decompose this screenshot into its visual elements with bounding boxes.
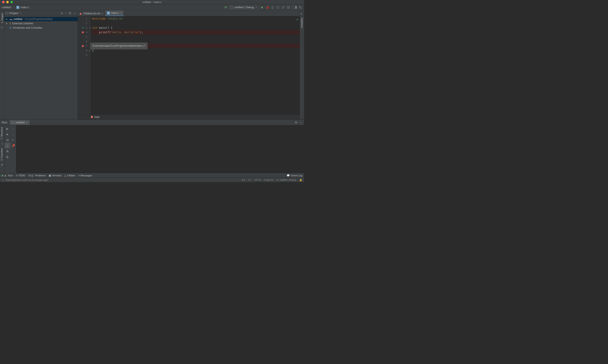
editor-tab-cmakelists[interactable]: CMakeLists.txt × <box>78 11 105 16</box>
profile-button[interactable] <box>276 5 280 9</box>
navigation-bar: untitled 〉 c main.c ⚒ untitled | Debug ▼… <box>0 4 304 11</box>
breadcrumb-function[interactable]: main <box>94 116 100 118</box>
tree-node-label: Scratches and Consoles <box>13 26 42 29</box>
search-everywhere-button[interactable] <box>298 5 302 9</box>
run-tab-label: untitled <box>15 121 25 124</box>
project-panel-title[interactable]: Project <box>10 12 18 15</box>
database-icon[interactable]: ≡ <box>301 12 304 15</box>
database-tool-tab[interactable]: Database <box>300 16 304 30</box>
tree-scratches[interactable]: ▶ ⧉ Scratches and Consoles <box>4 26 78 30</box>
event-log-tab[interactable]: Event Log <box>291 174 302 177</box>
print-button[interactable]: 🖶 <box>4 148 10 154</box>
pin-button[interactable]: 📌 <box>10 143 16 148</box>
rerun-button[interactable]: ▶ <box>4 126 10 131</box>
svg-point-0 <box>277 6 279 9</box>
run-tab[interactable]: untitled × <box>10 120 29 125</box>
trash-button[interactable]: 🗑 <box>4 154 10 160</box>
line-number: 6 <box>86 39 87 44</box>
fold-start-icon[interactable]: ⊟ <box>89 26 91 30</box>
build-icon[interactable]: ⚒ <box>224 6 227 9</box>
debug-button[interactable]: 🐞 <box>265 5 269 9</box>
breakpoint-icon[interactable] <box>82 45 84 47</box>
close-tab-icon[interactable]: × <box>102 12 103 15</box>
minimize-panel-icon[interactable]: — <box>73 12 76 15</box>
cmake-icon <box>79 13 82 14</box>
bottom-tool-tabs: ▶ 4: 4: RunRun ≡ TODO ⊘ 6: Problems ▣ Te… <box>0 173 304 178</box>
stop-button[interactable]: ■ <box>4 131 10 137</box>
line-number: 1 <box>86 16 87 21</box>
cmake-tool-tab[interactable]: △ CMake <box>64 174 75 177</box>
favorites-tool-tab[interactable]: 2: Favorites <box>0 146 3 162</box>
close-tab-icon[interactable]: × <box>120 11 122 15</box>
attach-button[interactable] <box>281 5 285 9</box>
star-icon[interactable]: ★ <box>0 163 4 166</box>
messages-tool-tab[interactable]: ≡ Messages <box>78 174 92 177</box>
file-encoding[interactable]: UTF-8 <box>254 179 261 181</box>
breadcrumb-file[interactable]: main.c <box>21 6 29 9</box>
todo-tool-tab[interactable]: ≡ TODO <box>16 174 26 177</box>
coverage-button[interactable] <box>271 5 275 9</box>
tree-root-node[interactable]: ▶ ▬ untitled ~/CLionProjects/untitled <box>4 17 78 21</box>
editor-body[interactable]: 1 2 ▶3 4 5 6 7 8 9 ⊟ ⊟ <box>78 16 300 114</box>
line-separator[interactable]: LF <box>248 179 251 181</box>
svg-rect-2 <box>287 6 290 9</box>
run-config-selector[interactable]: untitled | Debug ▼ <box>228 5 259 10</box>
line-gutter[interactable]: 1 2 ▶3 4 5 6 7 8 9 <box>78 16 89 114</box>
breakpoint-icon[interactable] <box>82 31 84 33</box>
tree-external-libs[interactable]: ▶ ⫴ External Libraries <box>4 21 78 26</box>
maximize-window-button[interactable] <box>11 1 13 3</box>
collapse-icon[interactable]: ÷ <box>65 12 67 15</box>
indent-setting[interactable]: 4 spaces <box>264 179 273 181</box>
dropdown-arrow-icon[interactable]: ▼ <box>20 12 21 14</box>
run-tool-tab[interactable]: ▶ 4: 4: RunRun <box>2 174 13 177</box>
soft-wrap-button[interactable]: ↩ <box>10 137 16 143</box>
project-tool-tab[interactable]: 1: Project <box>0 11 4 25</box>
ui-layout-button[interactable] <box>293 5 297 9</box>
settings-icon[interactable]: ✿ <box>69 12 71 15</box>
run-config-label: untitled | Debug <box>234 6 254 9</box>
notification-icon[interactable]: 💬 <box>287 174 290 177</box>
target-icon <box>12 121 14 124</box>
scroll-down-button[interactable]: ↓ <box>10 131 16 137</box>
status-message: Build finished in 229 ms (5 minutes ago) <box>6 179 48 181</box>
line-number: 3 <box>86 26 87 30</box>
structure-icon[interactable]: ⫴ <box>0 142 4 145</box>
editor-tab-main-c[interactable]: c main.c × <box>105 11 124 16</box>
close-window-button[interactable] <box>2 1 5 3</box>
expand-arrow-icon[interactable]: ▶ <box>6 22 8 25</box>
expand-arrow-icon[interactable]: ▶ <box>6 18 8 20</box>
editor-bottom-breadcrumb[interactable]: f main <box>78 114 300 119</box>
terminal-tool-tab[interactable]: ▣ Terminal <box>49 174 61 177</box>
run-output-area[interactable] <box>16 125 304 173</box>
code-token: ); <box>140 30 143 35</box>
breadcrumb-project[interactable]: untitled <box>2 6 11 9</box>
svg-point-5 <box>299 6 301 8</box>
inspection-ok-icon[interactable]: ✔ <box>297 17 298 22</box>
layout-button[interactable]: ▤ <box>4 137 10 143</box>
locate-icon[interactable]: ⊕ <box>61 12 63 15</box>
editor-tabs: CMakeLists.txt × c main.c × <box>78 11 300 16</box>
scroll-to-end-button[interactable]: ⤓ <box>4 143 10 148</box>
problems-tool-tab[interactable]: ⊘ 6: Problems <box>28 174 46 177</box>
breadcrumb[interactable]: untitled 〉 c main.c <box>2 5 29 9</box>
close-tab-icon[interactable]: × <box>26 121 27 124</box>
structure-tool-tab[interactable]: 7: Structure <box>0 125 3 141</box>
code-token: " <box>138 30 140 35</box>
line-number: 5 <box>86 35 87 39</box>
stop-button[interactable] <box>286 5 290 9</box>
settings-icon[interactable]: ✿ <box>295 121 297 124</box>
scroll-up-button[interactable]: ↑ <box>10 126 16 131</box>
window-icon[interactable]: ▢ <box>2 179 4 181</box>
project-tree[interactable]: ▶ ▬ untitled ~/CLionProjects/untitled ▶ … <box>4 16 78 119</box>
minimize-panel-icon[interactable]: — <box>299 121 302 124</box>
lock-icon[interactable]: 🔒 <box>299 179 302 181</box>
context-label[interactable]: C: untitled | Debug <box>277 179 296 181</box>
folder-icon[interactable]: ▭ <box>1 26 4 29</box>
run-gutter-icon[interactable]: ▶ <box>83 26 84 30</box>
minimize-window-button[interactable] <box>6 1 9 3</box>
run-button[interactable]: ▶ <box>260 5 264 9</box>
dropdown-arrow-icon: ▼ <box>255 6 257 8</box>
cursor-position[interactable]: 6:5 <box>242 179 245 181</box>
code-area[interactable]: ✔ #include <stdio.h> int main() { printf… <box>91 16 300 114</box>
svg-rect-4 <box>295 6 297 9</box>
